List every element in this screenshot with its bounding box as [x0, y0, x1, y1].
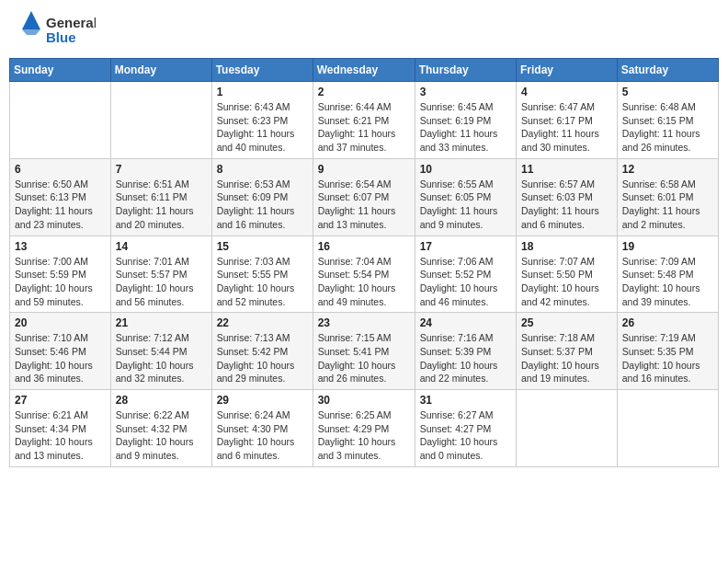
svg-text:Blue: Blue — [46, 29, 76, 45]
day-info: Sunrise: 6:58 AM Sunset: 6:01 PM Dayligh… — [622, 178, 713, 232]
day-number: 27 — [15, 394, 106, 407]
day-info: Sunrise: 6:25 AM Sunset: 4:29 PM Dayligh… — [318, 408, 410, 463]
weekday-header-saturday: Saturday — [617, 59, 718, 82]
calendar-cell: 4Sunrise: 6:47 AM Sunset: 6:17 PM Daylig… — [517, 82, 618, 159]
day-info: Sunrise: 6:48 AM Sunset: 6:15 PM Dayligh… — [622, 100, 713, 155]
day-info: Sunrise: 7:18 AM Sunset: 5:37 PM Dayligh… — [521, 331, 612, 385]
calendar-week-row: 27Sunrise: 6:21 AM Sunset: 4:34 PM Dayli… — [10, 390, 719, 467]
calendar-week-row: 1Sunrise: 6:43 AM Sunset: 6:23 PM Daylig… — [10, 82, 719, 159]
day-info: Sunrise: 7:16 AM Sunset: 5:39 PM Dayligh… — [420, 331, 511, 385]
day-number: 6 — [15, 163, 106, 176]
weekday-header-friday: Friday — [517, 59, 618, 82]
day-info: Sunrise: 6:27 AM Sunset: 4:27 PM Dayligh… — [420, 408, 511, 463]
calendar-week-row: 13Sunrise: 7:00 AM Sunset: 5:59 PM Dayli… — [10, 236, 719, 313]
day-number: 2 — [318, 86, 410, 98]
calendar-cell: 16Sunrise: 7:04 AM Sunset: 5:54 PM Dayli… — [313, 236, 415, 313]
day-info: Sunrise: 7:10 AM Sunset: 5:46 PM Dayligh… — [15, 331, 106, 385]
weekday-header-sunday: Sunday — [10, 59, 111, 82]
calendar-cell: 25Sunrise: 7:18 AM Sunset: 5:37 PM Dayli… — [517, 313, 618, 390]
day-info: Sunrise: 6:43 AM Sunset: 6:23 PM Dayligh… — [217, 100, 308, 155]
calendar-cell: 5Sunrise: 6:48 AM Sunset: 6:15 PM Daylig… — [617, 82, 718, 159]
day-number: 20 — [15, 316, 106, 329]
day-info: Sunrise: 7:00 AM Sunset: 5:59 PM Dayligh… — [15, 255, 106, 309]
day-info: Sunrise: 7:06 AM Sunset: 5:52 PM Dayligh… — [420, 255, 511, 309]
calendar-cell: 9Sunrise: 6:54 AM Sunset: 6:07 PM Daylig… — [313, 158, 415, 236]
day-number: 7 — [116, 163, 207, 176]
day-number: 10 — [420, 163, 511, 176]
day-number: 3 — [420, 86, 511, 98]
day-number: 12 — [622, 163, 713, 176]
day-info: Sunrise: 6:21 AM Sunset: 4:34 PM Dayligh… — [15, 408, 106, 463]
calendar-cell: 29Sunrise: 6:24 AM Sunset: 4:30 PM Dayli… — [211, 390, 313, 467]
day-info: Sunrise: 6:57 AM Sunset: 6:03 PM Dayligh… — [521, 178, 612, 232]
weekday-header-tuesday: Tuesday — [211, 59, 313, 82]
day-number: 28 — [116, 394, 207, 407]
day-number: 19 — [622, 240, 713, 253]
calendar-cell: 7Sunrise: 6:51 AM Sunset: 6:11 PM Daylig… — [110, 158, 211, 236]
day-info: Sunrise: 7:03 AM Sunset: 5:55 PM Dayligh… — [217, 255, 308, 309]
calendar-week-row: 20Sunrise: 7:10 AM Sunset: 5:46 PM Dayli… — [10, 313, 719, 390]
logo-svg: General Blue — [13, 9, 96, 51]
day-info: Sunrise: 6:55 AM Sunset: 6:05 PM Dayligh… — [420, 178, 511, 232]
day-number: 9 — [318, 163, 410, 176]
page-header: General Blue — [9, 9, 719, 51]
day-number: 13 — [15, 240, 106, 253]
day-number: 31 — [420, 394, 511, 407]
weekday-header-monday: Monday — [110, 59, 211, 82]
logo: General Blue — [13, 9, 96, 51]
day-info: Sunrise: 6:22 AM Sunset: 4:32 PM Dayligh… — [116, 408, 207, 463]
calendar-cell: 15Sunrise: 7:03 AM Sunset: 5:55 PM Dayli… — [211, 236, 313, 313]
day-info: Sunrise: 6:44 AM Sunset: 6:21 PM Dayligh… — [318, 100, 410, 155]
day-number: 16 — [318, 240, 410, 253]
svg-text:General: General — [46, 15, 96, 30]
calendar-cell: 21Sunrise: 7:12 AM Sunset: 5:44 PM Dayli… — [110, 313, 211, 390]
calendar-cell: 26Sunrise: 7:19 AM Sunset: 5:35 PM Dayli… — [617, 313, 718, 390]
calendar-cell: 28Sunrise: 6:22 AM Sunset: 4:32 PM Dayli… — [110, 390, 211, 467]
calendar-cell: 8Sunrise: 6:53 AM Sunset: 6:09 PM Daylig… — [211, 158, 313, 236]
day-number: 15 — [217, 240, 308, 253]
day-number: 5 — [622, 86, 713, 98]
calendar-cell: 22Sunrise: 7:13 AM Sunset: 5:42 PM Dayli… — [211, 313, 313, 390]
calendar-cell: 23Sunrise: 7:15 AM Sunset: 5:41 PM Dayli… — [313, 313, 415, 390]
day-number: 24 — [420, 316, 511, 329]
calendar-cell: 2Sunrise: 6:44 AM Sunset: 6:21 PM Daylig… — [313, 82, 415, 159]
day-number: 22 — [217, 316, 308, 329]
calendar-cell: 30Sunrise: 6:25 AM Sunset: 4:29 PM Dayli… — [313, 390, 415, 467]
day-number: 23 — [318, 316, 410, 329]
calendar-cell: 18Sunrise: 7:07 AM Sunset: 5:50 PM Dayli… — [517, 236, 618, 313]
day-info: Sunrise: 6:47 AM Sunset: 6:17 PM Dayligh… — [521, 100, 612, 155]
calendar-cell: 19Sunrise: 7:09 AM Sunset: 5:48 PM Dayli… — [617, 236, 718, 313]
day-number: 26 — [622, 316, 713, 329]
calendar-cell — [617, 390, 718, 467]
calendar-cell — [517, 390, 618, 467]
calendar-cell: 11Sunrise: 6:57 AM Sunset: 6:03 PM Dayli… — [517, 158, 618, 236]
day-info: Sunrise: 7:01 AM Sunset: 5:57 PM Dayligh… — [116, 255, 207, 309]
calendar-cell: 31Sunrise: 6:27 AM Sunset: 4:27 PM Dayli… — [415, 390, 516, 467]
calendar-week-row: 6Sunrise: 6:50 AM Sunset: 6:13 PM Daylig… — [10, 158, 719, 236]
day-info: Sunrise: 7:19 AM Sunset: 5:35 PM Dayligh… — [622, 331, 713, 385]
calendar-cell: 17Sunrise: 7:06 AM Sunset: 5:52 PM Dayli… — [415, 236, 516, 313]
weekday-header-thursday: Thursday — [415, 59, 516, 82]
day-number: 25 — [521, 316, 612, 329]
day-info: Sunrise: 7:04 AM Sunset: 5:54 PM Dayligh… — [318, 255, 410, 309]
day-info: Sunrise: 7:07 AM Sunset: 5:50 PM Dayligh… — [521, 255, 612, 309]
day-info: Sunrise: 7:12 AM Sunset: 5:44 PM Dayligh… — [116, 331, 207, 385]
calendar-cell: 10Sunrise: 6:55 AM Sunset: 6:05 PM Dayli… — [415, 158, 516, 236]
day-info: Sunrise: 7:15 AM Sunset: 5:41 PM Dayligh… — [318, 331, 410, 385]
day-number: 18 — [521, 240, 612, 253]
calendar-cell: 24Sunrise: 7:16 AM Sunset: 5:39 PM Dayli… — [415, 313, 516, 390]
calendar-table: SundayMondayTuesdayWednesdayThursdayFrid… — [9, 58, 719, 467]
day-info: Sunrise: 6:24 AM Sunset: 4:30 PM Dayligh… — [217, 408, 308, 463]
day-number: 30 — [318, 394, 410, 407]
calendar-cell: 12Sunrise: 6:58 AM Sunset: 6:01 PM Dayli… — [617, 158, 718, 236]
calendar-cell: 6Sunrise: 6:50 AM Sunset: 6:13 PM Daylig… — [10, 158, 111, 236]
calendar-cell: 3Sunrise: 6:45 AM Sunset: 6:19 PM Daylig… — [415, 82, 516, 159]
day-info: Sunrise: 6:45 AM Sunset: 6:19 PM Dayligh… — [420, 100, 511, 155]
day-info: Sunrise: 6:54 AM Sunset: 6:07 PM Dayligh… — [318, 178, 410, 232]
calendar-cell: 1Sunrise: 6:43 AM Sunset: 6:23 PM Daylig… — [211, 82, 313, 159]
day-number: 4 — [521, 86, 612, 98]
day-number: 1 — [217, 86, 308, 98]
day-number: 14 — [116, 240, 207, 253]
svg-marker-3 — [22, 29, 40, 35]
weekday-header-wednesday: Wednesday — [313, 59, 415, 82]
